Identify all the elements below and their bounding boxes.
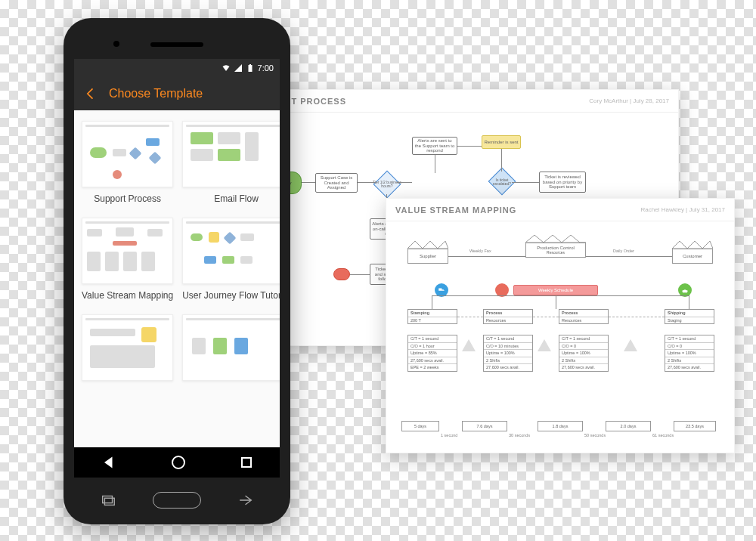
flow-decision: [373, 171, 401, 199]
factory-label: Production Control Resources: [525, 243, 586, 258]
doc-title: Value Stream Mapping: [395, 206, 516, 215]
template-label: User Journey Flow Tutorial: [182, 290, 280, 301]
factory-supplier: Supplier: [407, 241, 448, 264]
svg-rect-1: [104, 498, 114, 505]
template-card-vsm[interactable]: Value Stream Mapping: [82, 218, 173, 301]
hw-back-icon: [237, 492, 254, 509]
station-shipping: Shipping Staging: [665, 309, 714, 324]
template-card[interactable]: [82, 314, 173, 387]
template-thumb: [82, 218, 173, 284]
template-thumb: [82, 121, 173, 187]
station-metrics: C/T = 1 second C/O = 0 Uptime = 100% 2 S…: [559, 335, 609, 372]
appbar-title: Choose Template: [109, 87, 203, 100]
android-statusbar: 7:00: [74, 59, 280, 77]
hw-recents-icon: [100, 492, 116, 509]
station-metrics: C/T = 1 second C/O = 0 Uptime = 100% 2 S…: [665, 335, 714, 372]
factory-customer: Customer: [672, 241, 713, 264]
factory-label: Supplier: [407, 249, 448, 264]
station-metrics: C/T = 1 second C/O = 1 hour Uptime = 85%…: [407, 335, 457, 372]
flow-end-node: [333, 268, 350, 280]
svg-rect-0: [103, 496, 113, 503]
template-card-email-flow[interactable]: Email Flow: [182, 121, 280, 204]
phone-mockup: 7:00 Choose Template Support Process: [64, 18, 290, 524]
station-metrics: C/T = 1 second C/O = 10 minutes Uptime =…: [483, 335, 533, 372]
schedule-bar: Weekly Schedule: [513, 285, 598, 295]
template-thumb: [182, 218, 280, 284]
flow-node: Ticket is reviewed based on priority by …: [539, 172, 586, 193]
template-card-user-journey[interactable]: User Journey Flow Tutorial: [182, 218, 280, 301]
flow-node: Alerts are sent to the Support team to r…: [412, 137, 457, 155]
nav-recents-icon[interactable]: [241, 457, 252, 468]
template-card[interactable]: [182, 314, 280, 387]
wifi-icon: [222, 63, 231, 73]
template-thumb: [182, 314, 280, 381]
station-process-1: Process Resources: [483, 309, 533, 324]
phone-screen: 7:00 Choose Template Support Process: [74, 59, 280, 478]
flow-label: Weekly Fax: [469, 249, 491, 253]
inventory-icon: [624, 339, 637, 351]
diagram-area: Supplier Production Control Resources Cu…: [386, 221, 734, 453]
hardware-buttons: [64, 487, 290, 514]
flow-node-highlight: Reminder is sent: [482, 135, 521, 149]
template-card-support-process[interactable]: Support Process: [82, 121, 173, 204]
factory-label: Customer: [672, 249, 713, 264]
battery-icon: [246, 63, 255, 73]
back-arrow-icon[interactable]: [83, 86, 98, 101]
template-label: Support Process: [82, 193, 173, 204]
camera-dot: [113, 41, 119, 47]
template-label: Email Flow: [182, 193, 280, 204]
template-thumb: [82, 314, 173, 381]
signal-icon: [234, 63, 243, 73]
template-thumb: [182, 121, 280, 187]
preview-card-vsm: Value Stream Mapping Rachel Hawkley | Ju…: [386, 198, 735, 453]
template-grid[interactable]: Support Process Email Flow: [74, 110, 280, 447]
inventory-icon: [538, 339, 551, 351]
factory-control: Production Control Resources: [525, 235, 586, 258]
android-navbar: [74, 447, 280, 478]
flow-label: Daily Order: [613, 249, 634, 253]
nav-home-icon[interactable]: [172, 456, 185, 469]
statusbar-time: 7:00: [258, 63, 274, 73]
hw-home-button: [153, 492, 201, 509]
doc-header: Value Stream Mapping Rachel Hawkley | Ju…: [386, 199, 734, 221]
station-process-2: Process Resources: [559, 309, 609, 324]
lead-time-ladder: 5 days 7.6 days 1.8 days 2.0 days 23.5 d…: [401, 421, 719, 442]
nav-back-icon[interactable]: [102, 456, 116, 469]
inventory-icon: [462, 339, 476, 351]
flow-node: Support Case is Created and Assigned: [315, 173, 358, 193]
doc-header: Support Process Cory McArthur | July 28,…: [243, 90, 678, 113]
station-stamping: Stamping 200 T: [407, 309, 457, 324]
doc-meta: Rachel Hawkley | July 31, 2017: [641, 206, 725, 213]
appbar: Choose Template: [74, 77, 280, 110]
doc-meta: Cory McArthur | July 28, 2017: [589, 97, 669, 104]
template-label: Value Stream Mapping: [82, 290, 173, 301]
